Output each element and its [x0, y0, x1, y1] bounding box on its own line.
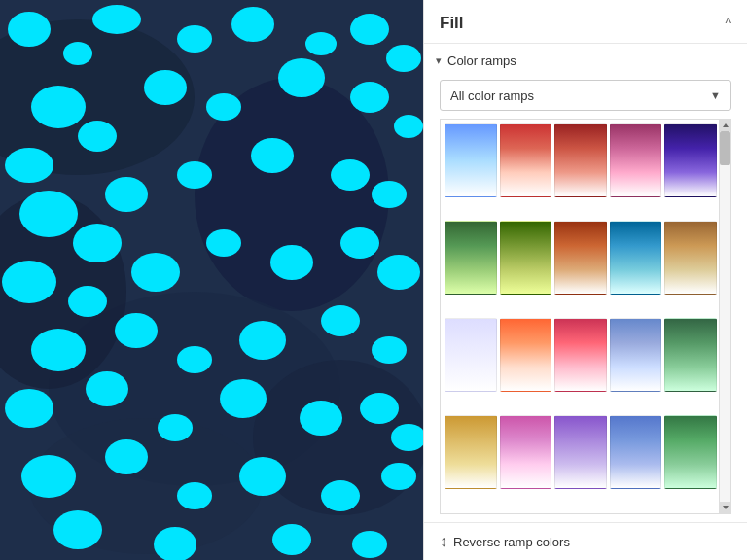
svg-point-51: [105, 439, 148, 474]
svg-point-54: [321, 480, 360, 511]
color-ramp-13[interactable]: [554, 318, 607, 392]
svg-point-18: [144, 70, 187, 105]
svg-point-22: [394, 115, 423, 138]
color-ramp-9[interactable]: [610, 221, 662, 295]
dropdown-value: All color ramps: [450, 88, 534, 103]
svg-point-33: [206, 229, 241, 257]
map-canvas: [0, 0, 423, 560]
panel-footer: ↕ Reverse ramp colors: [424, 522, 747, 560]
svg-point-39: [177, 346, 212, 373]
svg-point-28: [331, 159, 370, 191]
color-ramp-1[interactable]: [445, 123, 497, 197]
section-arrow-icon: ▾: [436, 54, 442, 67]
svg-point-14: [386, 45, 421, 72]
svg-point-9: [92, 5, 141, 34]
svg-point-13: [350, 14, 389, 45]
scrollbar-thumb[interactable]: [720, 131, 730, 165]
color-ramp-15[interactable]: [664, 318, 717, 392]
svg-point-21: [350, 82, 389, 113]
svg-point-30: [2, 261, 56, 303]
panel-header: Fill ^: [424, 0, 747, 44]
reverse-ramp-label[interactable]: Reverse ramp colors: [453, 535, 570, 549]
svg-point-56: [53, 510, 102, 549]
svg-point-44: [86, 371, 128, 406]
svg-point-19: [206, 93, 241, 121]
svg-point-50: [21, 455, 76, 498]
svg-point-47: [300, 401, 342, 436]
color-ramps-dropdown[interactable]: All color ramps ▼: [440, 80, 731, 111]
svg-point-16: [78, 121, 117, 152]
color-ramp-11[interactable]: [445, 318, 497, 392]
color-ramp-4[interactable]: [610, 123, 662, 197]
ramps-grid: [441, 120, 730, 513]
svg-point-58: [272, 524, 311, 555]
svg-point-8: [63, 42, 92, 65]
svg-point-17: [5, 148, 53, 183]
panel-title: Fill: [440, 14, 464, 33]
color-ramp-3[interactable]: [554, 123, 607, 197]
dropdown-arrow-icon: ▼: [710, 89, 721, 101]
svg-point-41: [321, 305, 360, 336]
svg-point-31: [68, 286, 107, 317]
svg-point-43: [5, 389, 53, 428]
svg-point-29: [372, 181, 407, 208]
color-ramp-2[interactable]: [500, 123, 552, 197]
svg-point-45: [158, 414, 193, 441]
svg-point-42: [372, 336, 407, 364]
svg-point-26: [177, 161, 212, 189]
svg-point-48: [360, 393, 399, 424]
svg-point-36: [377, 255, 420, 290]
svg-point-52: [177, 482, 212, 509]
color-ramp-17[interactable]: [500, 415, 552, 489]
color-ramp-7[interactable]: [500, 221, 552, 295]
svg-point-10: [177, 25, 212, 52]
reverse-ramp-icon: ↕: [440, 533, 447, 550]
svg-point-37: [31, 329, 86, 371]
svg-point-20: [278, 58, 325, 97]
color-ramp-10[interactable]: [664, 221, 717, 295]
svg-point-32: [131, 253, 180, 292]
svg-point-27: [251, 138, 294, 173]
color-ramp-5[interactable]: [664, 123, 717, 197]
color-ramp-12[interactable]: [500, 318, 552, 392]
collapse-icon[interactable]: ^: [725, 16, 731, 31]
svg-point-12: [305, 32, 337, 55]
ramps-scroll-area: [440, 119, 731, 514]
svg-marker-61: [723, 506, 729, 509]
scrollbar-down-arrow[interactable]: [720, 502, 730, 513]
svg-point-53: [239, 457, 286, 496]
dropdown-row: All color ramps ▼: [424, 76, 747, 119]
svg-point-34: [270, 245, 313, 280]
color-ramp-16[interactable]: [445, 415, 497, 489]
color-ramp-18[interactable]: [554, 415, 607, 489]
color-ramps-section: ▾ Color ramps: [424, 44, 747, 76]
scrollbar-track: [719, 120, 730, 513]
svg-point-38: [115, 313, 158, 348]
svg-point-11: [231, 7, 274, 42]
color-ramp-14[interactable]: [610, 318, 662, 392]
svg-point-55: [381, 463, 416, 490]
svg-point-46: [220, 379, 267, 418]
svg-point-35: [340, 228, 379, 259]
color-ramp-20[interactable]: [664, 415, 717, 489]
fill-panel: Fill ^ ▾ Color ramps All color ramps ▼: [423, 0, 747, 560]
section-title: Color ramps: [447, 53, 516, 68]
svg-point-25: [73, 224, 122, 262]
scrollbar-up-arrow[interactable]: [720, 120, 730, 131]
color-ramp-8[interactable]: [554, 221, 607, 295]
svg-point-23: [19, 191, 78, 237]
svg-point-7: [8, 12, 51, 47]
svg-point-15: [31, 86, 86, 128]
color-ramp-19[interactable]: [610, 415, 662, 489]
svg-point-40: [239, 321, 286, 360]
color-ramp-6[interactable]: [445, 221, 497, 295]
svg-point-24: [105, 177, 148, 212]
svg-marker-60: [723, 123, 729, 127]
svg-point-59: [352, 531, 387, 558]
